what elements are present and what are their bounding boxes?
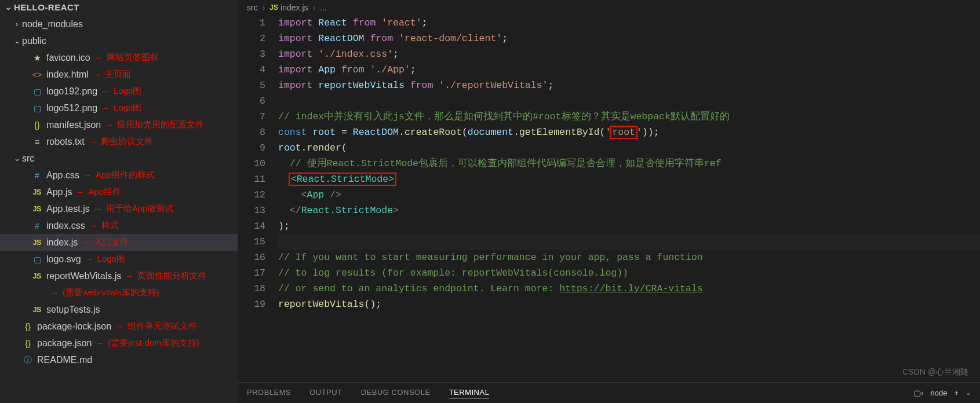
panel-tab-output[interactable]: OUTPUT: [309, 388, 342, 398]
panel-tab-debug-console[interactable]: DEBUG CONSOLE: [361, 388, 431, 398]
breadcrumb-folder[interactable]: src: [247, 3, 258, 12]
html-icon: <>: [31, 70, 43, 79]
file-item[interactable]: JSApp.test.js→用于给App做测试: [0, 200, 238, 217]
json-icon: {}: [22, 339, 34, 348]
annotation-arrow-icon: →: [125, 271, 134, 281]
annotation-arrow-icon: →: [115, 321, 124, 332]
file-name: index.html: [46, 69, 89, 80]
file-item[interactable]: {}package.json→(需要jest-dom库的支持): [0, 335, 238, 351]
file-item[interactable]: ▢logo192.png→Logo图: [0, 83, 238, 100]
file-item[interactable]: ▢logo512.png→Logo图: [0, 100, 238, 116]
breadcrumb-suffix: ...: [320, 3, 327, 12]
panel-tab-problems[interactable]: PROBLEMS: [247, 388, 291, 398]
file-item[interactable]: #index.css→样式: [0, 217, 238, 234]
explorer-header[interactable]: ⌄ HELLO-REACT: [0, 0, 238, 14]
file-item[interactable]: {}package-lock.json→组件单元测试文件: [0, 318, 238, 335]
file-annotation: 应用加壳用的配置文件: [117, 119, 204, 130]
file-name: package-lock.json: [37, 321, 111, 332]
file-annotation: Logo图: [97, 254, 125, 265]
js-icon: JS: [269, 3, 278, 12]
folder-item[interactable]: ⌄src: [0, 150, 238, 167]
file-explorer: ⌄ HELLO-REACT ›node_modules⌄public★favic…: [0, 0, 238, 403]
folder-item[interactable]: ›node_modules: [0, 16, 238, 32]
file-item[interactable]: {}manifest.json→应用加壳用的配置文件: [0, 116, 238, 133]
annotation-arrow-icon: →: [95, 338, 104, 349]
chevron-right-icon: ›: [13, 20, 21, 28]
watermark: CSDN @心兰湘随: [902, 367, 968, 378]
file-item[interactable]: ★favicon.ico→网站页签图标: [0, 49, 238, 66]
annotation-arrow-icon: →: [93, 204, 103, 214]
editor-area: src › JS index.js › ... 1234567891011121…: [238, 0, 980, 403]
chevron-down-icon[interactable]: ⌄: [966, 389, 971, 397]
css-icon: #: [31, 171, 43, 180]
file-name: App.css: [46, 170, 79, 181]
js-icon: JS: [31, 239, 43, 247]
file-name: package.json: [37, 338, 92, 349]
file-name: index.css: [46, 221, 85, 231]
file-annotation: Logo图: [114, 102, 141, 113]
annotation-arrow-icon: →: [85, 254, 94, 265]
terminal-launch-icon[interactable]: ▢›: [914, 389, 923, 397]
file-annotation: App组件: [88, 186, 121, 197]
json-icon: {}: [22, 322, 34, 331]
file-annotation: 网站页签图标: [107, 52, 159, 63]
file-annotation: (需要web-vitals库的支持): [63, 287, 159, 298]
breadcrumb[interactable]: src › JS index.js › ...: [238, 0, 980, 15]
terminal-shell-name[interactable]: node: [930, 389, 947, 397]
annotation-arrow-icon: →: [104, 120, 114, 130]
file-annotation: 页面性能分析文件: [137, 270, 207, 281]
file-name: App.js: [46, 187, 72, 197]
file-item[interactable]: JSindex.js→入口文件: [0, 234, 238, 251]
project-name: HELLO-REACT: [14, 2, 79, 12]
css-icon: #: [31, 221, 43, 230]
annotation-arrow-icon: →: [75, 187, 85, 197]
annotation-arrow-icon: →: [94, 53, 103, 63]
file-item[interactable]: JSsetupTests.js: [0, 301, 238, 318]
file-name: robots.txt: [46, 137, 85, 147]
file-annotation: (需要jest-dom库的支持): [108, 338, 199, 349]
file-name: App.test.js: [46, 204, 90, 214]
file-name: manifest.json: [46, 120, 101, 130]
file-name: logo512.png: [46, 103, 97, 113]
file-item[interactable]: →(需要web-vitals库的支持): [0, 284, 238, 301]
annotation-arrow-icon: →: [101, 103, 110, 113]
file-name: reportWebVitals.js: [46, 271, 121, 281]
file-item[interactable]: ≡robots.txt→爬虫协议文件: [0, 133, 238, 150]
file-item[interactable]: <>index.html→主页面: [0, 66, 238, 83]
file-name: logo192.png: [46, 86, 97, 97]
breadcrumb-file[interactable]: index.js: [280, 3, 308, 12]
file-annotation: 主页面: [105, 69, 131, 80]
file-item[interactable]: JSApp.js→App组件: [0, 184, 238, 200]
file-annotation: App组件的样式: [96, 170, 155, 181]
file-annotation: Logo图: [114, 86, 141, 97]
folder-name: public: [22, 36, 46, 46]
code-content[interactable]: import React from 'react';import ReactDO…: [278, 15, 980, 382]
folder-item[interactable]: ⌄public: [0, 32, 238, 49]
folder-name: src: [22, 153, 34, 164]
file-annotation: 用于给App做测试: [106, 203, 174, 214]
file-name: index.js: [46, 237, 78, 248]
chevron-down-icon: ⌄: [13, 36, 21, 45]
annotation-arrow-icon: →: [50, 288, 59, 298]
file-item[interactable]: #App.css→App组件的样式: [0, 167, 238, 184]
star-icon: ★: [31, 53, 43, 63]
file-annotation: 爬虫协议文件: [101, 136, 153, 147]
split-terminal-icon[interactable]: +: [954, 389, 959, 397]
panel-tab-terminal[interactable]: TERMINAL: [449, 388, 490, 398]
info-icon: ⓘ: [22, 355, 34, 365]
img-icon: ▢: [31, 255, 43, 264]
folder-name: node_modules: [22, 19, 83, 30]
annotation-arrow-icon: →: [83, 170, 92, 181]
file-name: README.md: [37, 355, 92, 365]
chevron-right-icon: ›: [263, 3, 265, 12]
file-annotation: 样式: [101, 220, 119, 231]
code-editor[interactable]: 12345678910111213141516171819 import Rea…: [238, 15, 980, 382]
file-annotation: 入口文件: [94, 237, 129, 248]
file-name: favicon.ico: [46, 53, 90, 63]
file-item[interactable]: ▢logo.svg→Logo图: [0, 251, 238, 268]
line-numbers: 12345678910111213141516171819: [238, 15, 278, 382]
file-item[interactable]: JSreportWebVitals.js→页面性能分析文件: [0, 268, 238, 284]
file-annotation: 组件单元测试文件: [127, 321, 197, 332]
file-item[interactable]: ⓘREADME.md: [0, 351, 238, 368]
txt-icon: ≡: [31, 137, 43, 146]
